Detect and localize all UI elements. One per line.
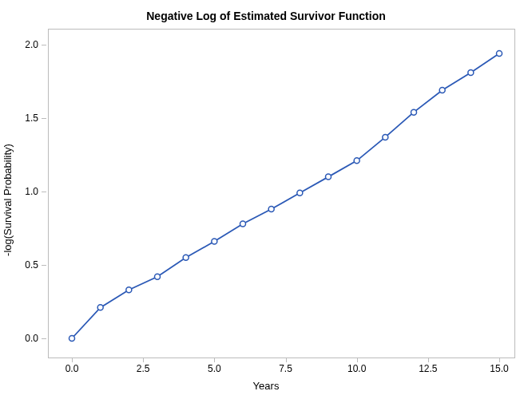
x-tick <box>72 358 73 362</box>
y-tick-label: 2.0 <box>0 39 38 50</box>
chart-title: Negative Log of Estimated Survivor Funct… <box>0 10 532 22</box>
x-tick <box>499 358 500 362</box>
data-point <box>383 134 388 140</box>
data-point <box>468 69 474 75</box>
series-line <box>72 53 499 338</box>
data-point <box>155 274 161 279</box>
x-tick <box>143 358 144 362</box>
y-tick-label: 0.0 <box>0 333 38 344</box>
data-point <box>354 158 359 164</box>
y-tick <box>42 265 46 266</box>
y-tick <box>42 192 46 192</box>
data-point <box>126 287 132 293</box>
x-tick <box>286 358 287 362</box>
y-tick-label: 1.5 <box>0 113 38 124</box>
x-tick <box>428 358 429 362</box>
x-axis-title: Years <box>0 380 532 392</box>
data-point <box>268 207 274 212</box>
x-tick-label: 12.5 <box>412 363 444 374</box>
data-point <box>212 239 217 244</box>
data-point <box>183 255 189 260</box>
x-tick <box>214 358 215 362</box>
plot-area <box>48 29 515 358</box>
data-point <box>439 88 445 93</box>
x-tick-label: 7.5 <box>270 363 302 374</box>
y-tick-label: 1.0 <box>0 186 38 197</box>
y-tick <box>42 338 46 339</box>
data-point <box>69 336 75 342</box>
y-tick-label: 0.5 <box>0 259 38 271</box>
data-point <box>240 221 246 227</box>
data-series <box>69 51 502 342</box>
data-point <box>297 190 303 196</box>
data-point <box>411 109 417 115</box>
data-point <box>97 305 103 310</box>
x-tick-label: 0.0 <box>56 363 88 374</box>
chart-container: Negative Log of Estimated Survivor Funct… <box>0 0 532 399</box>
y-tick <box>42 45 46 45</box>
x-tick-label: 5.0 <box>198 363 230 374</box>
y-tick <box>42 118 46 119</box>
x-tick-label: 2.5 <box>127 363 159 374</box>
x-tick-label: 15.0 <box>483 363 515 374</box>
x-tick-label: 10.0 <box>341 363 373 374</box>
x-tick <box>357 358 358 362</box>
data-point <box>497 51 502 57</box>
data-point <box>326 174 332 180</box>
